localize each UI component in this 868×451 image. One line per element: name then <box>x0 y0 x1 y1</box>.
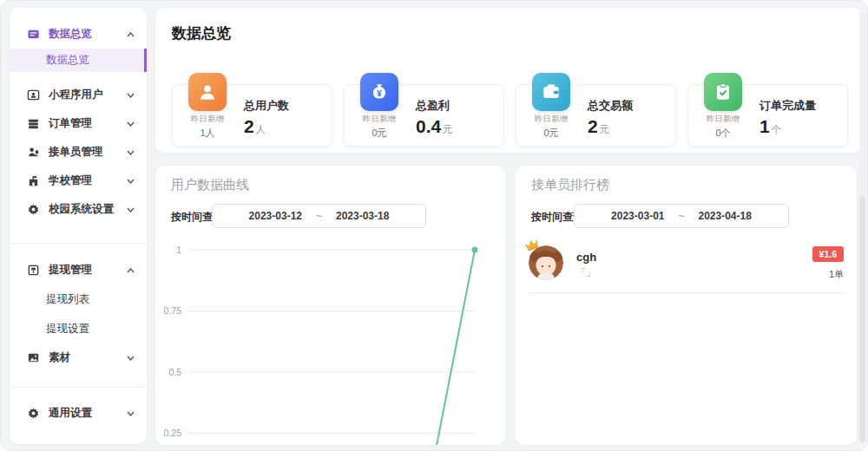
date-start: 2023-03-12 <box>249 210 302 222</box>
yesterday-block: 昨日新增 0元 <box>520 114 582 140</box>
yesterday-block: 昨日新增 0元 <box>348 114 411 140</box>
stat-card-total-transactions: 昨日新增 0元 总交易额 2元 <box>516 84 676 147</box>
sidebar-item-label: 通用设置 <box>49 406 118 421</box>
date-end: 2023-03-18 <box>336 210 389 222</box>
chevron-up-icon <box>127 268 135 273</box>
yesterday-value: 0元 <box>520 127 582 140</box>
sidebar-divider <box>10 243 147 244</box>
yesterday-label: 昨日新增 <box>692 114 754 125</box>
yesterday-label: 昨日新增 <box>348 114 411 125</box>
sidebar: 数据总览 数据总览 小程序用户 订单管理 接单员管理 <box>10 8 147 444</box>
date-range-input[interactable]: 2023-03-12 ~ 2023-03-18 <box>212 204 426 228</box>
money-bag-icon <box>360 73 398 111</box>
chevron-down-icon <box>127 356 135 361</box>
yesterday-block: 昨日新增 1人 <box>176 114 239 140</box>
sidebar-item-label: 提现管理 <box>49 263 118 278</box>
clipboard-check-icon <box>704 73 742 111</box>
sidebar-divider <box>10 387 147 388</box>
stat-unit: 人 <box>256 124 266 134</box>
stat-card-total-users: 昨日新增 1人 总用户数 2人 <box>172 84 332 147</box>
stat-unit: 元 <box>600 124 609 134</box>
sidebar-item-label: 小程序用户 <box>49 88 118 102</box>
sidebar-item-general-settings[interactable]: 通用设置 <box>10 399 147 428</box>
user-line-chart: 10.750.50.25 <box>164 239 498 445</box>
amount-badge: ¥1.6 <box>812 246 844 262</box>
sidebar-item-schools[interactable]: 学校管理 <box>10 167 147 195</box>
stat-value: 0.4 <box>416 116 441 136</box>
stat-cards-row: 昨日新增 1人 总用户数 2人 昨日新增 0元 总盈利 0.4元 <box>172 84 848 147</box>
sidebar-item-withdraw[interactable]: 提现管理 <box>10 256 147 284</box>
stat-unit: 个 <box>772 124 781 134</box>
chevron-up-icon <box>127 32 135 37</box>
order-icon <box>27 117 40 130</box>
courier-name: cgh <box>576 251 596 264</box>
user-icon <box>188 73 227 111</box>
row-divider <box>529 292 844 293</box>
sidebar-item-data-overview[interactable]: 数据总览 <box>10 20 147 49</box>
yesterday-value: 0元 <box>348 127 411 140</box>
sidebar-subitem-withdraw-list[interactable]: 提现列表 <box>10 284 147 314</box>
sidebar-item-orders[interactable]: 订单管理 <box>10 109 147 138</box>
sidebar-item-campus-settings[interactable]: 校园系统设置 <box>10 195 147 224</box>
assets-image-icon <box>27 351 40 364</box>
stat-value: 2 <box>244 116 254 136</box>
scrollbar-thumb[interactable] <box>859 196 865 442</box>
sidebar-subitem-label: 提现列表 <box>46 292 89 307</box>
svg-text:0.5: 0.5 <box>168 367 181 377</box>
sidebar-item-label: 订单管理 <box>49 116 118 131</box>
sidebar-item-label: 数据总览 <box>49 27 118 42</box>
stat-card-total-profit: 昨日新增 0元 总盈利 0.4元 <box>344 84 504 147</box>
sidebar-subitem-data-overview[interactable]: 数据总览 <box>10 49 147 72</box>
sidebar-item-miniprogram-users[interactable]: 小程序用户 <box>10 81 147 109</box>
ranking-list-item: cgh 「」 ¥1.6 1单 <box>529 245 844 281</box>
svg-text:0.25: 0.25 <box>164 428 181 438</box>
yesterday-value: 0个 <box>692 127 754 140</box>
sidebar-subitem-label: 提现设置 <box>46 322 89 337</box>
chevron-down-icon <box>127 150 135 155</box>
chevron-down-icon <box>127 179 135 184</box>
chevron-down-icon <box>127 411 135 416</box>
wallet-icon <box>532 73 570 111</box>
chevron-down-icon <box>127 93 135 98</box>
yesterday-value: 1人 <box>176 127 239 140</box>
chevron-down-icon <box>127 121 135 127</box>
sidebar-item-couriers[interactable]: 接单员管理 <box>10 138 147 167</box>
orders-count: 1单 <box>812 268 844 281</box>
date-start: 2023-03-01 <box>611 210 664 222</box>
date-range-input[interactable]: 2023-03-01 ~ 2023-04-18 <box>574 204 789 228</box>
sidebar-item-assets[interactable]: 素材 <box>10 343 147 372</box>
sidebar-subitem-label: 数据总览 <box>46 53 89 68</box>
stat-value: 1 <box>760 116 770 136</box>
stat-label: 总交易额 <box>588 98 675 114</box>
yesterday-block: 昨日新增 0个 <box>692 114 754 140</box>
tilde-separator: ~ <box>316 210 322 222</box>
courier-subtitle: 「」 <box>576 266 596 279</box>
sidebar-item-label: 素材 <box>49 350 118 365</box>
chevron-down-icon <box>127 207 135 212</box>
sidebar-item-label: 校园系统设置 <box>49 202 118 217</box>
sidebar-item-label: 接单员管理 <box>49 145 118 160</box>
sidebar-subitem-withdraw-settings[interactable]: 提现设置 <box>10 314 147 343</box>
sidebar-item-label: 学校管理 <box>49 173 118 188</box>
stat-unit: 元 <box>443 124 452 134</box>
dashboard-icon <box>27 28 40 41</box>
stat-label: 订单完成量 <box>760 98 847 114</box>
stat-label: 总用户数 <box>244 98 332 114</box>
stat-card-completed-orders: 昨日新增 0个 订单完成量 1个 <box>687 84 848 147</box>
user-chart-panel: 用户数据曲线 按时间查询: 2023-03-12 ~ 2023-03-18 10… <box>155 166 505 445</box>
general-settings-gear-icon <box>27 407 40 420</box>
panel-title: 接单员排行榜 <box>531 177 609 193</box>
date-end: 2023-04-18 <box>699 210 752 222</box>
svg-text:0.75: 0.75 <box>164 305 181 316</box>
stat-label: 总盈利 <box>416 98 503 114</box>
svg-text:1: 1 <box>176 245 181 255</box>
page-title: 数据总览 <box>172 23 231 43</box>
tilde-separator: ~ <box>678 210 684 222</box>
panel-title: 用户数据曲线 <box>171 177 249 193</box>
yesterday-label: 昨日新增 <box>520 114 582 125</box>
school-icon <box>27 174 40 187</box>
campus-settings-gear-icon <box>27 203 40 216</box>
yesterday-label: 昨日新增 <box>176 114 239 125</box>
courier-ranking-panel: 接单员排行榜 按时间查询: 2023-03-01 ~ 2023-04-18 cg… <box>516 166 857 445</box>
courier-icon <box>27 146 40 159</box>
